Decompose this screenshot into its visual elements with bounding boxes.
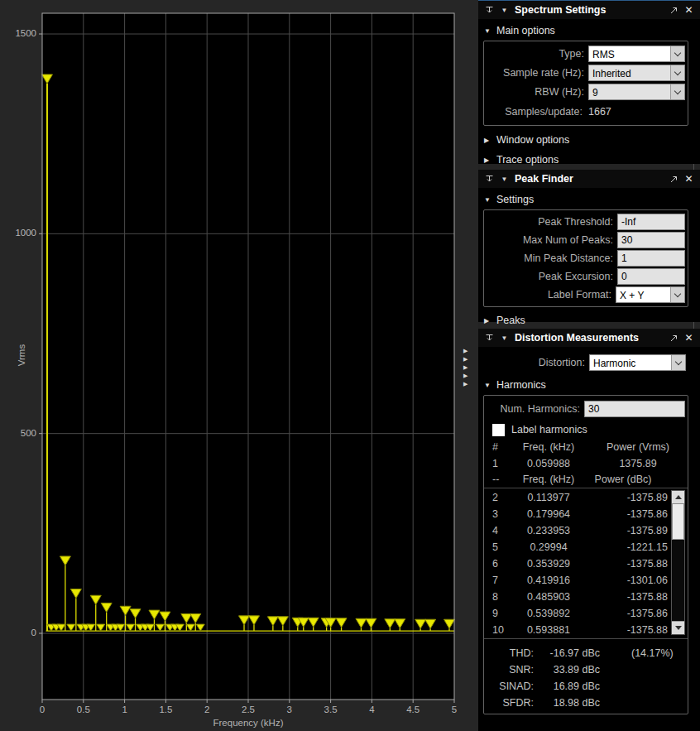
scroll-down-icon[interactable] [672,621,684,634]
table-row: 9 0.539892 -1375.86 [484,605,688,622]
spectrum-settings-panel: ▼ Spectrum Settings ✕ ▼ Main options Typ… [478,0,700,164]
pin-icon[interactable] [484,174,495,185]
chevron-down-icon[interactable] [670,65,684,80]
label-format-value: X + Y [616,287,670,302]
y-tick-label: 1000 [7,228,36,238]
splitter-arrow-icon[interactable]: ▶ [463,381,467,387]
section-label: Window options [496,134,569,146]
peak-threshold-row: Peak Threshold: [484,213,688,231]
cell-freq: 0.485903 [509,591,588,603]
sample-rate-dropdown[interactable]: Inherited [588,65,685,81]
cell-num: 7 [484,575,509,586]
cell-num: 8 [484,591,509,603]
label-harmonics-checkbox[interactable] [492,424,505,436]
table-row: 2 0.113977 -1375.89 [484,489,688,506]
close-icon[interactable]: ✕ [683,174,694,185]
sample-rate-label: Sample rate (Hz): [484,67,588,79]
peak-excursion-input[interactable] [617,268,685,285]
settings-panels-column: ▼ Spectrum Settings ✕ ▼ Main options Typ… [478,0,700,731]
cell-num: 2 [484,492,509,503]
section-peaks[interactable]: ▶ Peaks [478,312,700,329]
label-format-dropdown[interactable]: X + Y [616,286,685,303]
splitter-arrow-icon[interactable]: ▶ [463,356,467,363]
close-icon[interactable]: ✕ [683,333,694,344]
scroll-up-icon[interactable] [672,491,684,504]
sfdr-row: SFDR: 18.98 dBc [484,695,688,711]
fundamental-row: 1 0.059988 1375.89 [484,455,688,471]
section-harmonics[interactable]: ▼ Harmonics [478,377,700,393]
harmonics-table-scroll-area[interactable]: 2 0.113977 -1375.89 3 0.179964 -1375.86 … [484,488,688,639]
chevron-down-icon[interactable] [671,355,685,370]
undock-icon[interactable] [669,333,679,344]
table-row: 10 0.593881 -1375.88 [484,622,688,638]
cell-freq: 0.539892 [509,608,588,619]
samples-update-label: Samples/update: [484,106,587,118]
undock-icon[interactable] [669,174,679,185]
sinad-label: SINAD: [484,681,534,692]
y-tick-label: 500 [7,428,36,438]
main-options-group: Type: RMS Sample rate (Hz): Inherited RB… [483,41,688,126]
section-label: Settings [496,194,534,205]
max-num-peaks-input[interactable] [617,232,685,248]
close-icon[interactable]: ✕ [683,5,694,16]
peak-threshold-input[interactable] [617,214,685,230]
table-row: 8 0.485903 -1375.88 [484,589,688,605]
x-tick-label: 4 [355,705,388,714]
cell-freq: 0.179964 [509,508,588,520]
sinad-row: SINAD: 16.89 dBc [484,678,688,695]
section-collapsed-icon: ▶ [484,317,491,325]
section-window-options[interactable]: ▶ Window options [478,132,700,148]
chevron-down-icon[interactable] [670,287,684,302]
distortion-type-row: Distortion: Harmonic [478,352,688,373]
splitter-arrow-icon[interactable]: ▶ [463,364,467,371]
section-trace-options[interactable]: ▶ Trace options [478,151,700,168]
scrollbar-thumb[interactable] [672,503,684,540]
pin-icon[interactable] [484,5,495,16]
section-settings[interactable]: ▼ Settings [478,191,700,208]
x-tick-label: 4.5 [396,705,429,714]
sample-rate-row: Sample rate (Hz): Inherited [484,63,688,82]
label-harmonics-row: Label harmonics [484,421,688,438]
panel-title: Distortion Measurements [515,332,639,344]
min-peak-distance-label: Min Peak Distance: [484,252,617,264]
section-main-options[interactable]: ▼ Main options [478,22,700,39]
num-harmonics-row: Num. Harmonics: [484,398,688,420]
chevron-down-icon[interactable] [670,46,684,61]
y-tick-label: 0 [7,628,36,637]
distortion-value: Harmonic [590,355,671,370]
rbw-dropdown[interactable]: 9 [588,84,685,100]
rbw-label: RBW (Hz): [484,86,588,98]
table-scrollbar[interactable] [671,490,685,635]
cell-num: 4 [484,525,509,536]
label-harmonics-label: Label harmonics [511,424,587,435]
type-dropdown[interactable]: RMS [588,46,685,62]
table-row: 6 0.353929 -1375.88 [484,555,688,572]
collapse-panel-icon[interactable]: ▼ [499,5,510,16]
type-row: Type: RMS [484,44,688,63]
num-harmonics-input[interactable] [584,401,685,417]
panel-splitter[interactable]: ▶ ▶ ▶ ▶ ▶ [463,348,467,387]
table-row: 3 0.179964 -1375.86 [484,506,688,522]
cell-freq: 0.113977 [509,492,588,503]
distortion-dropdown[interactable]: Harmonic [589,354,686,371]
splitter-arrow-icon[interactable]: ▶ [463,348,467,354]
chevron-down-icon[interactable] [670,84,684,99]
thd-label: THD: [484,647,534,659]
pin-icon[interactable] [484,333,495,344]
cell-freq: 0.059988 [509,458,588,469]
cell-freq: 0.29994 [509,541,588,553]
section-label: Main options [496,25,555,36]
sample-rate-value: Inherited [589,65,670,80]
peak-settings-group: Peak Threshold: Max Num of Peaks: Min Pe… [483,209,688,307]
undock-icon[interactable] [669,5,679,16]
splitter-arrow-icon[interactable]: ▶ [463,373,467,379]
peak-excursion-label: Peak Excursion: [484,271,617,282]
x-tick-label: 5 [438,705,471,714]
x-tick-label: 3.5 [314,705,348,714]
collapse-panel-icon[interactable]: ▼ [499,333,510,344]
distortion-label: Distortion: [478,357,589,368]
num-harmonics-label: Num. Harmonics: [484,403,584,415]
collapse-panel-icon[interactable]: ▼ [499,174,510,185]
cell-freq: 0.419916 [509,575,588,586]
min-peak-distance-input[interactable] [617,250,685,267]
